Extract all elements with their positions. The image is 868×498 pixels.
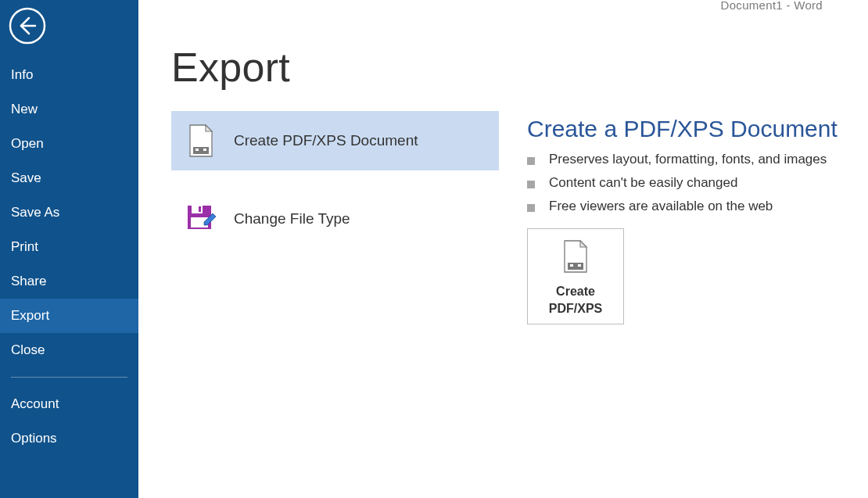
sidebar-item-options[interactable]: Options	[0, 421, 138, 456]
sidebar-item-label: Close	[11, 342, 45, 357]
sidebar-item-label: Info	[11, 67, 33, 82]
sidebar-item-save[interactable]: Save	[0, 161, 138, 195]
document-title-text: Document1 - Word	[721, 0, 823, 12]
svg-rect-10	[570, 264, 573, 267]
sidebar-item-new[interactable]: New	[0, 92, 138, 127]
sidebar-item-info[interactable]: Info	[0, 58, 138, 92]
sidebar-item-label: Print	[11, 239, 38, 254]
button-label: Create PDF/XPS	[531, 283, 620, 317]
sidebar-item-open[interactable]: Open	[0, 127, 138, 161]
option-label: Create PDF/XPS Document	[234, 132, 418, 149]
sidebar-item-account[interactable]: Account	[0, 387, 138, 421]
detail-title: Create a PDF/XPS Document	[527, 116, 868, 142]
sidebar-divider	[11, 377, 127, 378]
bullet-text: Content can't be easily changed	[549, 175, 737, 191]
bullet-item: Content can't be easily changed	[527, 175, 868, 191]
save-edit-icon	[182, 203, 220, 235]
bullet-item: Preserves layout, formatting, fonts, and…	[527, 152, 868, 167]
window-title: Document1 - Word	[721, 0, 823, 12]
back-button[interactable]	[8, 6, 47, 45]
sidebar-item-label: Export	[11, 308, 49, 323]
sidebar-item-label: Save	[11, 170, 41, 185]
sidebar-item-label: Save As	[11, 205, 59, 220]
page-title: Export	[171, 44, 868, 91]
option-create-pdf-xps[interactable]: Create PDF/XPS Document	[171, 111, 499, 170]
sidebar-item-label: New	[11, 102, 38, 116]
bullet-text: Free viewers are available on the web	[549, 199, 773, 214]
sidebar-item-label: Options	[11, 431, 57, 446]
pdf-document-icon	[182, 124, 220, 158]
svg-rect-4	[203, 149, 206, 151]
detail-bullets: Preserves layout, formatting, fonts, and…	[527, 152, 868, 214]
svg-rect-11	[578, 264, 581, 267]
pdf-document-icon	[561, 239, 590, 277]
create-pdf-xps-button[interactable]: Create PDF/XPS	[527, 228, 624, 324]
sidebar-item-label: Share	[11, 274, 46, 288]
bullet-text: Preserves layout, formatting, fonts, and…	[549, 152, 827, 167]
bullet-icon	[527, 157, 535, 165]
export-content: Create PDF/XPS Document Change File Type…	[171, 111, 868, 324]
sidebar-item-label: Account	[11, 396, 59, 411]
sidebar-item-label: Open	[11, 136, 44, 151]
back-arrow-icon	[8, 6, 47, 45]
detail-panel: Create a PDF/XPS Document Preserves layo…	[527, 111, 868, 324]
sidebar-item-save-as[interactable]: Save As	[0, 195, 138, 230]
bullet-icon	[527, 181, 535, 188]
export-option-list: Create PDF/XPS Document Change File Type	[171, 111, 499, 324]
sidebar-item-print[interactable]: Print	[0, 230, 138, 264]
option-label: Change File Type	[234, 210, 350, 228]
svg-rect-7	[199, 206, 201, 212]
sidebar-item-export[interactable]: Export	[0, 299, 138, 333]
bullet-icon	[527, 204, 535, 212]
bullet-item: Free viewers are available on the web	[527, 199, 868, 214]
main-panel: Document1 - Word Export Create PDF/XPS D…	[138, 0, 868, 498]
sidebar-item-close[interactable]: Close	[0, 333, 138, 367]
option-change-file-type[interactable]: Change File Type	[171, 191, 499, 247]
svg-rect-3	[195, 149, 199, 151]
sidebar-item-share[interactable]: Share	[0, 264, 138, 299]
backstage-sidebar: Info New Open Save Save As Print Share E…	[0, 0, 138, 498]
